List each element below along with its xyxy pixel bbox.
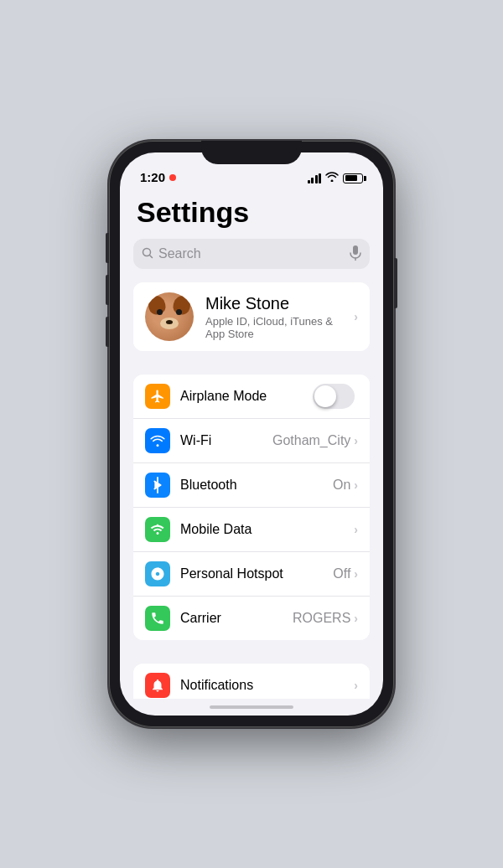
wifi-chevron: › xyxy=(354,434,358,447)
dog-face xyxy=(145,292,194,341)
page-title: Settings xyxy=(120,189,383,239)
network-group: Airplane Mode xyxy=(133,375,370,640)
search-placeholder: Search xyxy=(158,246,345,261)
search-bar[interactable]: Search xyxy=(133,239,370,269)
hotspot-item[interactable]: Personal Hotspot Off › xyxy=(133,552,370,597)
bluetooth-value: On xyxy=(333,478,350,493)
profile-group: Mike Stone Apple ID, iCloud, iTunes & Ap… xyxy=(133,282,370,351)
bluetooth-icon xyxy=(145,473,170,498)
carrier-value: ROGERS xyxy=(293,611,350,626)
carrier-icon xyxy=(145,606,170,631)
system-section: Notifications › Co xyxy=(120,664,383,699)
profile-subtitle: Apple ID, iCloud, iTunes & App Store xyxy=(205,315,354,340)
bluetooth-item[interactable]: Bluetooth On › xyxy=(133,463,370,508)
profile-section: Mike Stone Apple ID, iCloud, iTunes & Ap… xyxy=(120,282,383,351)
network-section: Airplane Mode xyxy=(120,375,383,640)
airplane-mode-icon xyxy=(145,384,170,409)
battery-icon xyxy=(343,173,363,183)
dog-nose xyxy=(166,320,173,324)
search-icon xyxy=(142,247,153,261)
hotspot-value: Off xyxy=(333,566,350,581)
mic-icon xyxy=(350,245,361,263)
settings-scroll[interactable]: Settings Search xyxy=(120,189,383,699)
notifications-chevron: › xyxy=(354,679,358,692)
airplane-mode-label: Airplane Mode xyxy=(180,389,313,404)
status-time: 1:20 xyxy=(140,170,176,184)
airplane-mode-item[interactable]: Airplane Mode xyxy=(133,375,370,419)
carrier-chevron: › xyxy=(354,612,358,625)
hotspot-icon xyxy=(145,561,170,586)
phone-frame: 1:20 xyxy=(109,141,394,727)
notifications-label: Notifications xyxy=(180,678,354,693)
home-bar xyxy=(210,705,293,709)
notifications-icon xyxy=(145,673,170,698)
avatar xyxy=(145,292,194,341)
wifi-status-icon xyxy=(325,172,339,184)
mobile-data-chevron: › xyxy=(354,523,358,536)
profile-item[interactable]: Mike Stone Apple ID, iCloud, iTunes & Ap… xyxy=(133,282,370,351)
svg-rect-1 xyxy=(353,245,358,255)
wifi-label: Wi-Fi xyxy=(180,433,272,448)
airplane-mode-toggle[interactable] xyxy=(313,384,355,409)
profile-name: Mike Stone xyxy=(205,294,354,313)
dog-ear-right xyxy=(171,294,192,316)
clock: 1:20 xyxy=(140,170,165,184)
carrier-label: Carrier xyxy=(180,611,293,626)
dog-eye-right xyxy=(176,309,182,315)
phone-screen: 1:20 xyxy=(120,152,383,716)
notch xyxy=(201,141,302,164)
status-icons xyxy=(308,172,364,184)
wifi-item-icon xyxy=(145,428,170,453)
profile-chevron: › xyxy=(354,310,358,323)
mobile-data-icon xyxy=(145,517,170,542)
recording-dot xyxy=(169,174,176,181)
dog-eye-left xyxy=(157,309,163,315)
wifi-value: Gotham_City xyxy=(272,433,350,448)
bluetooth-label: Bluetooth xyxy=(180,478,333,493)
hotspot-chevron: › xyxy=(354,567,358,581)
carrier-item[interactable]: Carrier ROGERS › xyxy=(133,597,370,640)
hotspot-label: Personal Hotspot xyxy=(180,566,333,581)
home-indicator xyxy=(120,699,383,716)
signal-icon xyxy=(308,173,322,183)
wifi-item[interactable]: Wi-Fi Gotham_City › xyxy=(133,419,370,463)
notifications-item[interactable]: Notifications › xyxy=(133,664,370,699)
mobile-data-label: Mobile Data xyxy=(180,522,354,537)
bluetooth-chevron: › xyxy=(354,478,358,492)
mobile-data-item[interactable]: Mobile Data › xyxy=(133,508,370,552)
profile-info: Mike Stone Apple ID, iCloud, iTunes & Ap… xyxy=(205,294,354,340)
system-group: Notifications › Co xyxy=(133,664,370,699)
